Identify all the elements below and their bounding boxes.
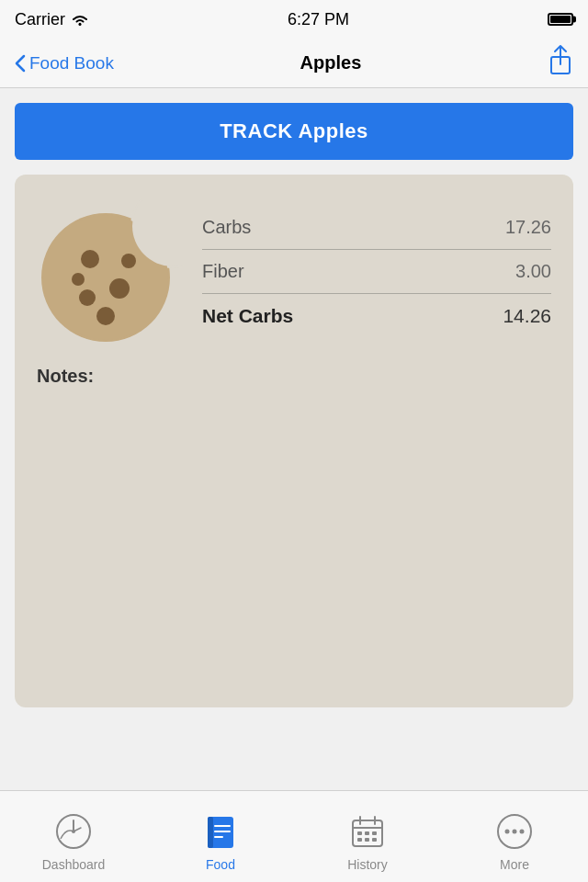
fiber-value: 3.00 [515, 261, 551, 282]
food-image [37, 197, 184, 344]
svg-point-8 [109, 278, 130, 299]
tab-history-label: History [347, 857, 388, 872]
fiber-row: Fiber 3.00 [202, 250, 551, 294]
carrier-label: Carrier [15, 10, 89, 29]
navigation-bar: Food Book Apples [0, 39, 588, 88]
carbs-value: 17.26 [505, 217, 551, 238]
history-icon [347, 811, 388, 852]
svg-rect-25 [365, 831, 369, 835]
tab-more-label: More [500, 857, 529, 872]
svg-rect-16 [208, 817, 213, 848]
carbs-row: Carbs 17.26 [202, 206, 551, 250]
tab-more[interactable]: More [441, 802, 588, 872]
svg-point-10 [121, 254, 136, 268]
svg-rect-29 [372, 838, 377, 842]
track-button[interactable]: TRACK Apples [15, 103, 573, 160]
wifi-icon [71, 13, 89, 27]
svg-rect-24 [357, 831, 362, 835]
svg-point-32 [513, 829, 517, 833]
notes-label: Notes: [37, 366, 94, 386]
back-chevron-icon [15, 54, 26, 73]
svg-rect-27 [357, 838, 362, 842]
svg-rect-28 [365, 838, 369, 842]
svg-rect-26 [372, 831, 377, 835]
status-bar: Carrier 6:27 PM [0, 0, 588, 39]
tab-bar: Dashboard Food History [0, 790, 588, 882]
back-label: Food Book [29, 53, 114, 74]
nutrition-table: Carbs 17.26 Fiber 3.00 Net Carbs 14.26 [202, 206, 551, 338]
svg-point-7 [81, 250, 99, 268]
back-button[interactable]: Food Book [15, 53, 114, 74]
svg-point-33 [520, 829, 525, 833]
tab-food-label: Food [206, 857, 235, 872]
net-carbs-label: Net Carbs [202, 305, 293, 327]
svg-point-12 [72, 273, 85, 286]
notes-section: Notes: [37, 366, 551, 387]
svg-point-11 [96, 307, 115, 325]
battery-indicator [548, 13, 573, 26]
svg-point-0 [79, 23, 82, 26]
page-title: Apples [300, 52, 362, 74]
svg-point-31 [505, 829, 510, 833]
share-button[interactable] [548, 44, 573, 82]
fiber-label: Fiber [202, 261, 244, 282]
net-carbs-row: Net Carbs 14.26 [202, 294, 551, 338]
battery-icon [548, 13, 573, 26]
svg-point-9 [79, 289, 96, 306]
more-icon [494, 811, 535, 852]
food-header: Carbs 17.26 Fiber 3.00 Net Carbs 14.26 [37, 197, 551, 344]
net-carbs-value: 14.26 [503, 305, 551, 327]
tab-dashboard[interactable]: Dashboard [0, 802, 147, 872]
carbs-label: Carbs [202, 217, 251, 238]
share-icon [548, 44, 573, 75]
tab-dashboard-label: Dashboard [42, 857, 106, 872]
tab-food[interactable]: Food [147, 802, 294, 872]
tab-history[interactable]: History [294, 802, 441, 872]
food-detail-card: Carbs 17.26 Fiber 3.00 Net Carbs 14.26 N… [15, 175, 573, 707]
food-icon [200, 811, 241, 852]
dashboard-icon [53, 811, 94, 852]
status-time: 6:27 PM [288, 10, 349, 29]
